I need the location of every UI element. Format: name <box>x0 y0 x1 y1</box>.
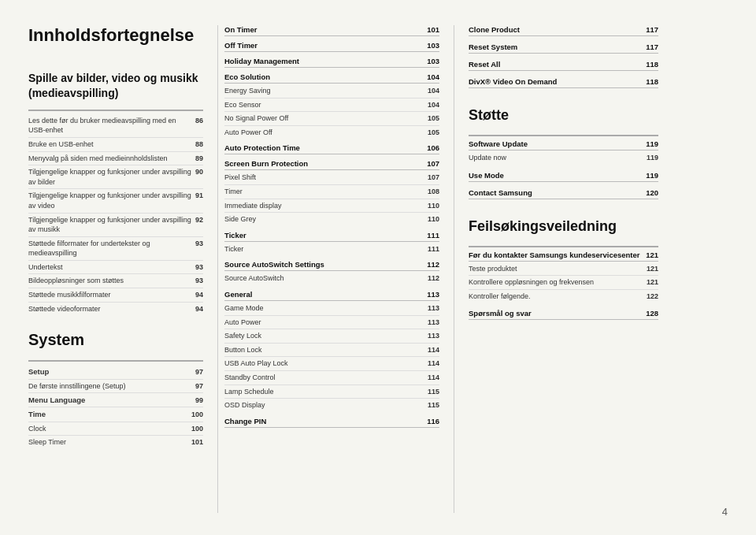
toc-row: Undertekst93 <box>28 261 203 275</box>
mid-group-num: 116 <box>427 417 439 425</box>
mid-group: Change PIN116 <box>224 417 439 428</box>
mid-group-num: 112 <box>427 260 439 269</box>
toc-num: 113 <box>428 332 439 340</box>
right-feil-group-title: Spørsmål og svar128 <box>469 309 658 320</box>
mid-group-label: Eco Solution <box>224 72 270 81</box>
right-support-group: Software Update119Update now119 <box>469 139 658 165</box>
mid-group-num: 106 <box>427 143 439 152</box>
right-group-title: Clone Product117 <box>469 25 658 36</box>
toc-num: 99 <box>195 396 203 404</box>
page-title: Innholdsfortegnelse <box>28 25 203 46</box>
right-support-group-title: Software Update119 <box>469 139 658 150</box>
toc-num: 88 <box>195 140 203 148</box>
toc-num: 108 <box>428 188 439 195</box>
toc-row: Auto Power113 <box>224 316 439 330</box>
toc-row: Teste produktet121 <box>469 262 658 277</box>
right-group: DivX® Video On Demand118 <box>469 77 658 88</box>
toc-row: Tilgjengelige knapper og funksjoner unde… <box>28 165 203 189</box>
right-feil-group-label: Før du kontakter Samsungs kundeservicese… <box>469 251 640 259</box>
mid-group-title: Holiday Management103 <box>224 57 439 68</box>
toc-num: 114 <box>428 359 439 367</box>
mid-group-label: General <box>224 290 252 299</box>
right-group-label: Reset All <box>469 60 500 69</box>
right-support-group-num: 119 <box>646 139 658 148</box>
section-media-heading: Spille av bilder, video og musikk (medie… <box>28 71 203 99</box>
mid-group-label: Source AutoSwitch Settings <box>224 260 324 269</box>
toc-num: 94 <box>195 305 203 313</box>
system-heading: System <box>28 331 203 349</box>
toc-row: Støttede musikkfilformater94 <box>28 288 203 303</box>
toc-num: 121 <box>647 265 658 273</box>
right-group: Reset All118 <box>469 60 658 71</box>
toc-num: 110 <box>428 215 439 223</box>
mid-group-num: 103 <box>427 57 439 65</box>
mid-group-title: General113 <box>224 290 439 301</box>
toc-num: 114 <box>428 373 439 381</box>
toc-num: 94 <box>195 291 203 299</box>
toc-label: Ticker <box>224 244 428 254</box>
mid-groups: On Timer101Off Timer103Holiday Managemen… <box>224 25 439 433</box>
mid-group: Holiday Management103 <box>224 57 439 68</box>
toc-label: Undertekst <box>28 262 195 273</box>
toc-label: Setup <box>28 366 195 377</box>
toc-label: Kontrollere oppløsningen og frekvensen <box>469 277 647 288</box>
right-support-group-label: Contact Samsung <box>469 188 532 197</box>
sep-system <box>28 360 203 362</box>
right-group: Reset System117 <box>469 43 658 54</box>
toc-row: Auto Power Off105 <box>224 126 439 139</box>
toc-row: Setup97 <box>28 365 203 379</box>
mid-group-label: Auto Protection Time <box>224 143 300 152</box>
right-feil-group-label: Spørsmål og svar <box>469 309 532 318</box>
toc-num: 100 <box>191 425 203 433</box>
mid-group: General113Game Mode113Auto Power113Safet… <box>224 290 439 412</box>
right-group-title: DivX® Video On Demand118 <box>469 77 658 88</box>
toc-num: 104 <box>428 87 439 95</box>
left-system-items: Setup97De første innstillingene (Setup)9… <box>28 365 203 449</box>
toc-label: Side Grey <box>224 214 428 225</box>
toc-label: Timer <box>224 187 428 197</box>
toc-label: Auto Power Off <box>224 128 428 138</box>
mid-group: Off Timer103 <box>224 41 439 52</box>
right-feil-group-num: 121 <box>646 251 658 259</box>
mid-group-num: 113 <box>427 290 439 299</box>
toc-row: Lamp Schedule115 <box>224 385 439 399</box>
toc-num: 114 <box>428 346 439 354</box>
toc-label: De første innstillingene (Setup) <box>28 381 195 392</box>
toc-label: Immediate display <box>224 201 428 211</box>
support-heading: Støtte <box>469 107 658 124</box>
toc-num: 100 <box>191 411 203 418</box>
right-group-num: 118 <box>646 60 658 69</box>
toc-row: Menyvalg på siden med medieinnholdsliste… <box>28 152 203 166</box>
toc-row: No Signal Power Off105 <box>224 112 439 126</box>
mid-group-num: 111 <box>427 231 439 240</box>
toc-num: 115 <box>428 401 439 409</box>
page-number: 4 <box>722 506 728 518</box>
right-support-group-label: Software Update <box>469 139 528 148</box>
toc-label: Tilgjengelige knapper og funksjoner unde… <box>28 215 195 235</box>
mid-group-label: Ticker <box>224 231 246 240</box>
mid-group-title: Change PIN116 <box>224 417 439 428</box>
mid-group-title: On Timer101 <box>224 25 439 36</box>
mid-column: On Timer101Off Timer103Holiday Managemen… <box>217 25 454 513</box>
right-group-label: Reset System <box>469 43 517 51</box>
left-media-items: Les dette før du bruker medieavspilling … <box>28 114 203 316</box>
right-feil-groups: Før du kontakter Samsungs kundeservicese… <box>469 251 658 327</box>
sep-media <box>28 110 203 111</box>
toc-label: Støttede videoformater <box>28 304 195 314</box>
toc-row: Eco Sensor104 <box>224 98 439 113</box>
toc-label: Lamp Schedule <box>224 387 428 397</box>
left-column: Innholdsfortegnelse Spille av bilder, vi… <box>28 25 217 513</box>
sep-support <box>469 135 658 136</box>
mid-group-label: Holiday Management <box>224 57 299 65</box>
toc-row: Side Grey110 <box>224 213 439 226</box>
toc-num: 93 <box>195 263 203 271</box>
mid-group-title: Source AutoSwitch Settings112 <box>224 260 439 271</box>
toc-label: Safety Lock <box>224 331 428 341</box>
mid-group-title: Off Timer103 <box>224 41 439 52</box>
toc-label: Teste produktet <box>469 264 647 274</box>
page: Innholdsfortegnelse Spille av bilder, vi… <box>0 0 756 535</box>
toc-num: 93 <box>195 277 203 284</box>
mid-group-title: Ticker111 <box>224 231 439 242</box>
toc-num: 101 <box>191 438 203 446</box>
toc-row: Time100 <box>28 407 203 422</box>
